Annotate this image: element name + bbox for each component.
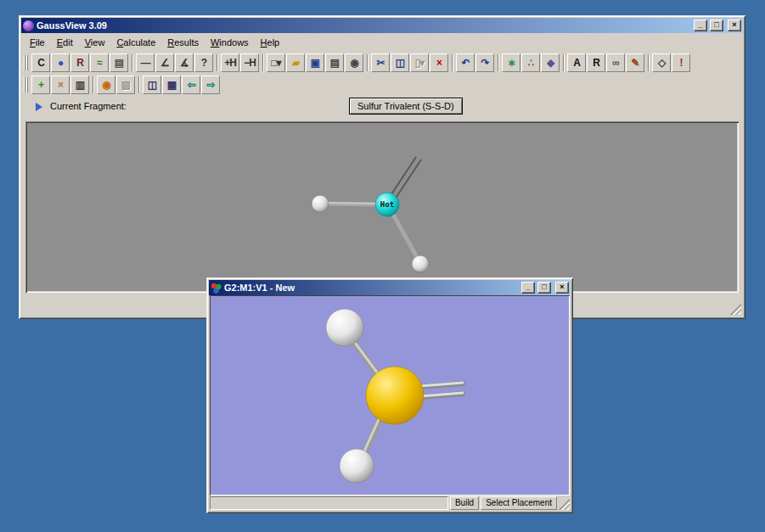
hydrogen-atom[interactable]: [412, 255, 429, 272]
print-icon[interactable]: ▤: [325, 53, 344, 72]
hot-atom-label: Hot: [380, 200, 394, 209]
toolbar-separator: [138, 76, 140, 93]
hydrogen-atom[interactable]: [326, 309, 363, 346]
r-group-fragment-icon[interactable]: R: [70, 53, 89, 72]
modify-angle-icon[interactable]: ∠: [155, 53, 174, 72]
sulfur-atom[interactable]: [366, 367, 424, 424]
modify-dihedral-icon[interactable]: ∡: [175, 53, 194, 72]
element-fragment-icon[interactable]: C: [31, 53, 50, 72]
open-double-bond[interactable]: [395, 160, 421, 199]
cut-icon[interactable]: ✂: [371, 53, 390, 72]
main-minimize-button[interactable]: _: [694, 20, 707, 31]
bond[interactable]: [391, 210, 418, 259]
toolbar-separator: [367, 54, 368, 71]
fragment-view[interactable]: Hot: [25, 121, 739, 293]
custom-fragment-icon[interactable]: ▤: [110, 53, 128, 72]
hydrogen-atom[interactable]: [340, 449, 374, 483]
molecule-doc-icon: [211, 283, 222, 294]
add-fragment-icon[interactable]: +: [31, 76, 50, 94]
menu-view[interactable]: View: [79, 35, 111, 50]
toolbar-separator: [452, 54, 453, 71]
menu-help[interactable]: Help: [255, 35, 286, 50]
open-double-bond[interactable]: [390, 157, 416, 197]
menu-calculate[interactable]: Calculate: [110, 35, 161, 50]
add-valence-icon[interactable]: +H: [221, 53, 239, 72]
model-maximize-button[interactable]: □: [537, 282, 551, 294]
delete-icon[interactable]: ×: [430, 53, 448, 72]
save-file-icon[interactable]: ▣: [306, 53, 324, 72]
main-window: GaussView 3.09 _ □ × FileEditViewCalcula…: [19, 15, 745, 319]
current-fragment-button[interactable]: Sulfur Trivalent (S-S-D): [349, 98, 463, 115]
model-minimize-button[interactable]: _: [521, 282, 535, 294]
model-molecule: [210, 295, 570, 496]
undo-icon[interactable]: ↶: [456, 53, 475, 72]
model-window: G2:M1:V1 - New _ □ ×: [206, 277, 573, 513]
model-window-title: G2:M1:V1 - New: [224, 283, 519, 293]
rebond-icon[interactable]: ∴: [521, 53, 540, 72]
redo-icon[interactable]: ↷: [475, 53, 494, 72]
main-maximize-button[interactable]: □: [710, 20, 723, 31]
forward-icon[interactable]: ⇨: [201, 76, 220, 94]
atom-labels-icon[interactable]: A: [567, 53, 586, 72]
fragment-arrow-icon: [36, 103, 42, 111]
highlight-pen-icon[interactable]: ✎: [626, 53, 644, 72]
main-title-bar[interactable]: GaussView 3.09 _ □ ×: [21, 18, 743, 33]
model-close-button[interactable]: ×: [555, 282, 569, 294]
status-message-panel: [210, 496, 448, 510]
ring-fragment-icon[interactable]: ●: [51, 53, 70, 72]
menu-results[interactable]: Results: [161, 35, 205, 50]
toolbar-grip[interactable]: [24, 55, 28, 70]
status-placement-panel: Select Placement: [481, 496, 557, 510]
toolbar-separator: [563, 54, 565, 71]
menu-edit[interactable]: Edit: [51, 35, 79, 50]
main-close-button[interactable]: ×: [728, 20, 741, 31]
modify-bond-icon[interactable]: ―: [136, 53, 155, 72]
open-file-icon[interactable]: ▰: [286, 53, 305, 72]
capture-disabled-icon[interactable]: ▨: [116, 76, 135, 94]
clean-structure-icon[interactable]: ∗: [502, 53, 520, 72]
builder-panel-icon[interactable]: ▥: [70, 76, 89, 94]
menu-bar: FileEditViewCalculateResultsWindowsHelp: [21, 33, 743, 51]
residue-labels-icon[interactable]: R: [587, 53, 605, 72]
biological-fragment-icon[interactable]: ≈: [90, 53, 109, 72]
toolbar-row-1: C●R≈▤―∠∡?+H−H□▾▰▣▤◉✂◫▯▾×↶↷∗∴◆AR∞✎◇!: [21, 51, 743, 74]
menu-windows[interactable]: Windows: [205, 35, 255, 50]
toolbar-separator: [262, 54, 264, 71]
copy-icon[interactable]: ◫: [391, 53, 409, 72]
toolbar-row-2: +×▥◉▨◫▦⇦⇨: [21, 74, 743, 95]
toolbar-separator: [93, 76, 94, 93]
recenter-view-icon[interactable]: ◉: [97, 76, 115, 94]
cascade-windows-icon[interactable]: ◫: [143, 76, 161, 94]
toolbar-separator: [648, 54, 650, 71]
display-format-icon[interactable]: ◇: [652, 53, 671, 72]
inquire-icon[interactable]: ?: [194, 53, 213, 72]
main-window-title: GaussView 3.09: [37, 20, 691, 31]
toolbar-grip[interactable]: [24, 77, 28, 92]
tile-windows-icon[interactable]: ▦: [162, 76, 181, 94]
model-view[interactable]: [210, 295, 570, 496]
delete-atom-icon[interactable]: −H: [240, 53, 259, 72]
bond-highlight: [327, 203, 382, 204]
new-file-icon[interactable]: □▾: [267, 53, 285, 72]
model-status-bar: Build Select Placement: [210, 496, 570, 510]
toolbar-separator: [217, 54, 218, 71]
gaussview-app-icon: [23, 20, 34, 31]
symmetrize-icon[interactable]: ◆: [541, 53, 560, 72]
model-resize-grip[interactable]: [559, 499, 570, 510]
model-title-bar[interactable]: G2:M1:V1 - New _ □ ×: [209, 280, 571, 295]
status-build-panel: Build: [450, 496, 479, 510]
fragment-bar: Current Fragment: Sulfur Trivalent (S-S-…: [21, 95, 743, 119]
current-fragment-label: Current Fragment:: [50, 101, 127, 111]
menu-file[interactable]: File: [24, 35, 51, 50]
fragment-molecule: Hot: [25, 121, 739, 293]
back-icon[interactable]: ⇦: [182, 76, 200, 94]
toolbar-separator: [132, 54, 133, 71]
desktop: { "colors": { "desktop_bg": "#3A6EA5", "…: [0, 0, 765, 532]
capture-image-icon[interactable]: ◉: [345, 53, 363, 72]
atom-selection-icon[interactable]: ×: [51, 76, 70, 94]
status-indicator-icon[interactable]: !: [672, 53, 690, 72]
hydrogen-atom[interactable]: [312, 195, 329, 212]
main-resize-grip[interactable]: [730, 304, 741, 315]
paste-icon[interactable]: ▯▾: [410, 53, 429, 72]
link-icon[interactable]: ∞: [606, 53, 625, 72]
